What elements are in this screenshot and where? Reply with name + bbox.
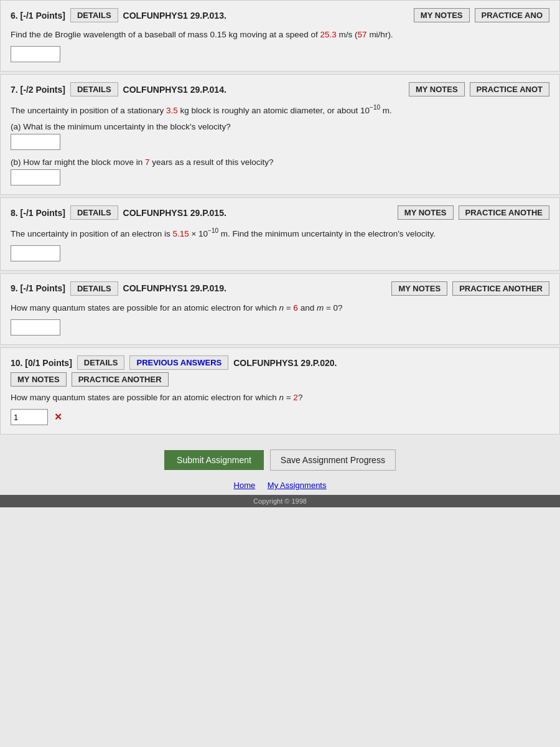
- q6-code: COLFUNPHYS1 29.P.013.: [123, 11, 409, 21]
- q10-header-row2: MY NOTES PRACTICE ANOTHER: [11, 372, 549, 387]
- q8-code: COLFUNPHYS1 29.P.015.: [123, 208, 393, 218]
- question-7-block: 7. [-/2 Points] DETAILS COLFUNPHYS1 29.P…: [0, 74, 560, 195]
- q10-text: How many quantum states are possible for…: [11, 392, 549, 404]
- footer-links: Home My Assignments: [0, 481, 560, 490]
- q7-label: 7. [-/2 Points]: [11, 85, 65, 95]
- q6-label: 6. [-/1 Points]: [11, 11, 65, 21]
- q8-superscript: −10: [208, 227, 218, 234]
- q10-label: 10. [0/1 Points]: [11, 358, 72, 368]
- q9-answer-input[interactable]: [11, 319, 60, 336]
- question-8-block: 8. [-/1 Points] DETAILS COLFUNPHYS1 29.P…: [0, 197, 560, 271]
- q10-previous-answers-button[interactable]: PREVIOUS ANSWERS: [129, 355, 228, 370]
- q10-answer-input[interactable]: [11, 409, 48, 425]
- q7-sub-a-label: (a) What is the minimum uncertainty in t…: [11, 122, 549, 131]
- q7-answer-b-input[interactable]: [11, 169, 60, 186]
- copyright-bar: Copyright © 1998: [0, 495, 560, 507]
- q10-practice-button[interactable]: PRACTICE ANOTHER: [72, 372, 169, 387]
- q10-my-notes-button[interactable]: MY NOTES: [11, 372, 67, 387]
- q6-highlight-1: 25.3: [320, 30, 337, 39]
- q7-sub-b-label: (b) How far might the block move in 7 ye…: [11, 157, 549, 167]
- question-10-block: 10. [0/1 Points] DETAILS PREVIOUS ANSWER…: [0, 347, 560, 435]
- q8-highlight-1: 5.15: [172, 229, 189, 238]
- q6-highlight-2: 57: [358, 30, 367, 39]
- q10-header-row1: 10. [0/1 Points] DETAILS PREVIOUS ANSWER…: [11, 355, 549, 370]
- q7-text: The uncertainty in position of a station…: [11, 103, 549, 117]
- q8-answer-area: [11, 245, 549, 261]
- my-assignments-link[interactable]: My Assignments: [268, 481, 327, 490]
- q9-answer-area: [11, 319, 549, 336]
- q10-wrong-icon: ✕: [54, 411, 62, 423]
- q10-details-button[interactable]: DETAILS: [77, 355, 125, 370]
- q7-answer-a-input[interactable]: [11, 134, 60, 150]
- question-8-header: 8. [-/1 Points] DETAILS COLFUNPHYS1 29.P…: [11, 205, 549, 220]
- q7-my-notes-button[interactable]: MY NOTES: [409, 82, 465, 96]
- question-9-header: 9. [-/1 Points] DETAILS COLFUNPHYS1 29.P…: [11, 281, 549, 296]
- q10-highlight-1: 2: [293, 393, 298, 402]
- q6-answer-input[interactable]: [11, 46, 60, 62]
- q6-answer-area: [11, 46, 549, 62]
- q9-m-var: m: [317, 303, 324, 312]
- q7-highlight-1: 3.5: [166, 106, 178, 115]
- question-9-block: 9. [-/1 Points] DETAILS COLFUNPHYS1 29.P…: [0, 273, 560, 345]
- q9-n-var: n: [279, 303, 284, 312]
- q8-label: 8. [-/1 Points]: [11, 208, 65, 218]
- q7-sub-a: (a) What is the minimum uncertainty in t…: [11, 122, 549, 150]
- q6-my-notes-button[interactable]: MY NOTES: [414, 8, 470, 22]
- question-6-header: 6. [-/1 Points] DETAILS COLFUNPHYS1 29.P…: [11, 8, 549, 22]
- q8-practice-button[interactable]: PRACTICE ANOTHE: [459, 205, 549, 220]
- q8-answer-input[interactable]: [11, 245, 60, 261]
- q9-label: 9. [-/1 Points]: [11, 283, 65, 293]
- q10-code: COLFUNPHYS1 29.P.020.: [233, 358, 549, 368]
- q10-n-var: n: [279, 393, 284, 402]
- q7-details-button[interactable]: DETAILS: [70, 82, 118, 96]
- save-assignment-button[interactable]: Save Assignment Progress: [270, 449, 396, 471]
- q6-details-button[interactable]: DETAILS: [70, 8, 118, 22]
- q9-highlight-1: 6: [293, 303, 298, 312]
- main-container: 6. [-/1 Points] DETAILS COLFUNPHYS1 29.P…: [0, 0, 560, 747]
- q8-details-button[interactable]: DETAILS: [70, 205, 118, 220]
- q9-practice-button[interactable]: PRACTICE ANOTHER: [452, 281, 549, 296]
- home-link[interactable]: Home: [234, 481, 256, 490]
- q7-practice-button[interactable]: PRACTICE ANOT: [470, 82, 549, 96]
- bottom-section: Submit Assignment Save Assignment Progre…: [0, 437, 560, 514]
- q7-code: COLFUNPHYS1 29.P.014.: [123, 85, 404, 95]
- q9-text: How many quantum states are possible for…: [11, 302, 549, 314]
- q10-answer-area: ✕: [11, 409, 549, 425]
- q9-details-button[interactable]: DETAILS: [70, 281, 118, 296]
- question-6-block: 6. [-/1 Points] DETAILS COLFUNPHYS1 29.P…: [0, 0, 560, 72]
- action-buttons-row: Submit Assignment Save Assignment Progre…: [0, 449, 560, 471]
- q6-text: Find the de Broglie wavelength of a base…: [11, 29, 549, 41]
- q8-my-notes-button[interactable]: MY NOTES: [398, 205, 454, 220]
- q9-code: COLFUNPHYS1 29.P.019.: [123, 283, 387, 293]
- q6-practice-button[interactable]: PRACTICE ANO: [475, 8, 549, 22]
- submit-assignment-button[interactable]: Submit Assignment: [164, 450, 264, 470]
- q8-text: The uncertainty in position of an electr…: [11, 226, 549, 240]
- question-7-header: 7. [-/2 Points] DETAILS COLFUNPHYS1 29.P…: [11, 82, 549, 96]
- q7-sub-b: (b) How far might the block move in 7 ye…: [11, 157, 549, 186]
- q7-superscript: −10: [370, 104, 380, 111]
- q9-my-notes-button[interactable]: MY NOTES: [391, 281, 447, 296]
- q7-highlight-2: 7: [145, 157, 150, 167]
